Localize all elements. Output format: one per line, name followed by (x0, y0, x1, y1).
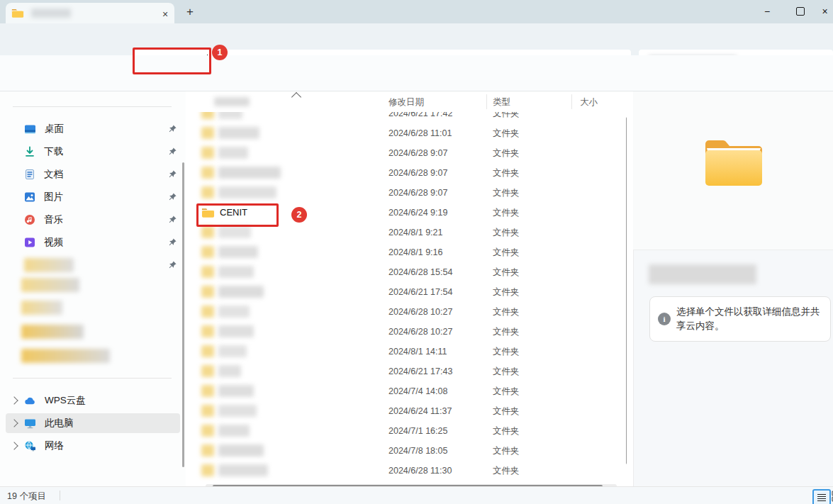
details-title-blurred (649, 264, 756, 284)
annotation-box-cenit (196, 203, 279, 227)
file-row[interactable]: 2024/6/28 9:07文件夹 (191, 143, 627, 163)
file-row[interactable]: 2024/6/21 17:43文件夹 (191, 362, 627, 381)
file-row[interactable]: 2024/6/28 9:07文件夹 (191, 163, 627, 183)
sidebar-item-wps-cloud[interactable]: WPS云盘 (6, 391, 180, 410)
maximize-button[interactable] (784, 0, 817, 23)
command-toolbar: 新建 (0, 55, 833, 91)
column-header-type[interactable]: 类型 (493, 96, 510, 108)
documents-icon (24, 169, 35, 180)
file-row[interactable]: 2024/6/28 15:54文件夹 (191, 262, 627, 282)
sidebar-divider (13, 106, 172, 107)
close-button[interactable]: × (817, 0, 833, 23)
column-header-date[interactable]: 修改日期 (388, 96, 424, 108)
file-explorer-window: × + − × ← → ↑ %appdata% × 1 (0, 0, 833, 504)
expand-chevron-icon[interactable] (10, 419, 18, 427)
videos-icon (24, 237, 35, 248)
sidebar-item-blurred[interactable] (21, 301, 62, 315)
info-icon: i (658, 313, 671, 325)
sidebar-scrollbar[interactable] (182, 162, 184, 467)
file-row[interactable]: 2024/7/1 16:25文件夹 (191, 421, 627, 441)
folder-preview-icon (703, 138, 765, 189)
file-row[interactable]: 2024/7/8 18:05文件夹 (191, 441, 627, 461)
expand-chevron-icon[interactable] (10, 396, 18, 404)
navigation-bar: ← → ↑ %appdata% × 1 (0, 23, 833, 55)
file-row[interactable]: 2024/6/21 17:54文件夹 (191, 282, 627, 302)
file-list: 2024/6/21 17:42文件夹 2024/6/28 11:01文件夹 20… (186, 91, 627, 486)
music-icon (24, 214, 35, 225)
sidebar-item-label: 此电脑 (45, 417, 74, 430)
sidebar-item-label: 音乐 (44, 213, 63, 226)
pictures-icon (24, 191, 35, 203)
file-row[interactable]: 2024/8/1 14:11文件夹 (191, 342, 627, 362)
titlebar: × + − × (0, 0, 833, 23)
file-row[interactable]: 2024/6/28 10:27文件夹 (191, 302, 627, 322)
sidebar-item-documents[interactable]: 文档 (6, 164, 180, 184)
vertical-scrollbar[interactable] (626, 117, 627, 464)
pin-icon (167, 215, 177, 225)
status-bar: 19 个项目 (0, 486, 833, 504)
network-icon (24, 440, 36, 452)
sidebar-item-label: 网络 (45, 439, 64, 452)
sidebar: 桌面 下载 文档 图片 (0, 91, 186, 486)
sidebar-item-label: 文档 (44, 168, 63, 181)
explorer-tab[interactable]: × (6, 3, 174, 23)
details-view-toggle[interactable] (812, 489, 831, 504)
maximize-icon (796, 7, 805, 16)
sidebar-item-desktop[interactable]: 桌面 (6, 119, 180, 139)
file-row[interactable]: 2024/6/28 9:07文件夹 (191, 183, 627, 203)
column-header-row: 修改日期 类型 大小 (186, 91, 627, 112)
sidebar-item-network[interactable]: 网络 (6, 436, 180, 456)
details-info-message: 选择单个文件以获取详细信息并共享云内容。 (676, 305, 824, 333)
sidebar-item-downloads[interactable]: 下载 (6, 142, 180, 162)
file-row[interactable]: 2024/7/4 14:08文件夹 (191, 381, 627, 401)
sidebar-item-music[interactable]: 音乐 (6, 210, 180, 230)
tab-title-blurred (31, 9, 71, 18)
sidebar-item-label: WPS云盘 (45, 394, 86, 407)
downloads-icon (24, 146, 35, 157)
sidebar-item-label: 视频 (44, 236, 63, 249)
sidebar-item-videos[interactable]: 视频 (6, 233, 180, 252)
sidebar-item-blurred[interactable] (21, 349, 110, 363)
expand-chevron-icon[interactable] (10, 442, 18, 449)
sort-ascending-icon (291, 92, 301, 102)
minimize-button[interactable]: − (751, 0, 783, 23)
sidebar-item-pictures[interactable]: 图片 (6, 187, 180, 207)
pin-icon (167, 147, 177, 157)
sidebar-item-blurred[interactable] (21, 325, 84, 339)
sidebar-item-blurred[interactable] (6, 255, 180, 275)
new-tab-button[interactable]: + (181, 4, 199, 20)
items-count: 19 个项目 (7, 491, 46, 503)
sidebar-item-label: 下载 (44, 145, 63, 158)
file-row[interactable]: 2024/6/28 11:30文件夹 (191, 461, 627, 481)
sidebar-item-blurred[interactable] (21, 278, 79, 292)
desktop-icon (24, 123, 36, 135)
pin-icon (167, 237, 177, 247)
annotation-badge-1: 1 (212, 45, 228, 60)
list-view-icon (817, 493, 826, 503)
tab-close-icon[interactable]: × (157, 6, 173, 22)
sidebar-item-this-pc[interactable]: 此电脑 (6, 413, 180, 433)
pin-icon (167, 169, 177, 179)
file-row[interactable]: 2024/6/28 11:01文件夹 (191, 123, 627, 143)
annotation-badge-2: 2 (291, 207, 307, 223)
details-preview-area (633, 91, 833, 250)
cloud-icon (24, 396, 36, 405)
file-row[interactable]: 2024/6/24 11:37文件夹 (191, 401, 627, 421)
file-row[interactable]: 2024/6/28 10:27文件夹 (191, 322, 627, 342)
pin-icon (167, 124, 177, 134)
column-header-size[interactable]: 大小 (580, 96, 598, 108)
annotation-box-address (133, 47, 211, 74)
sidebar-item-label: 图片 (44, 191, 63, 203)
column-header-name-blurred[interactable] (214, 97, 250, 106)
sidebar-divider (13, 378, 172, 379)
file-row[interactable]: 2024/8/1 9:16文件夹 (191, 242, 627, 262)
sidebar-item-label: 桌面 (45, 123, 64, 135)
large-icons-view-toggle[interactable] (829, 489, 833, 503)
monitor-icon (24, 418, 36, 429)
pin-icon (167, 260, 177, 270)
folder-icon (11, 8, 24, 18)
pin-icon (167, 192, 177, 202)
